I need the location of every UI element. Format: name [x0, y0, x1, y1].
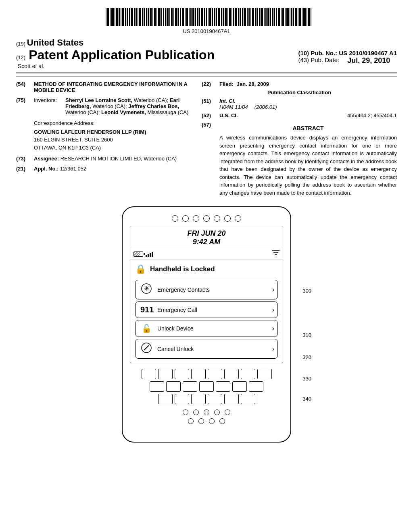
svg-rect-64 [240, 8, 241, 26]
contacts-icon: ✳ [140, 283, 152, 296]
status-bar [130, 248, 283, 260]
key[interactable] [142, 369, 156, 379]
key[interactable] [175, 369, 189, 379]
svg-rect-9 [122, 8, 124, 26]
key[interactable] [175, 394, 189, 404]
dot-5 [214, 215, 220, 222]
nav-dot[interactable] [225, 409, 230, 415]
title-field: (54) METHOD OF INTEGRATING EMERGENCY INF… [16, 81, 194, 93]
key[interactable] [150, 381, 164, 392]
key[interactable] [166, 381, 181, 392]
svg-rect-7 [119, 8, 120, 26]
header-divider2 [16, 77, 397, 77]
abstract-section: (57) ABSTRACT A wireless communications … [202, 122, 397, 197]
key[interactable] [241, 369, 255, 379]
key[interactable] [249, 381, 263, 392]
key[interactable] [158, 394, 173, 404]
svg-rect-20 [146, 8, 147, 26]
svg-rect-14 [134, 8, 135, 26]
svg-rect-1 [106, 8, 106, 26]
svg-rect-72 [257, 8, 258, 26]
key[interactable] [199, 381, 214, 392]
key[interactable] [183, 381, 197, 392]
battery-icon [133, 251, 143, 257]
svg-rect-34 [175, 8, 177, 26]
key[interactable] [191, 394, 206, 404]
svg-rect-92 [299, 8, 301, 26]
svg-rect-41 [190, 8, 192, 26]
unlock-device-button[interactable]: 🔓 Unlock Device › [135, 320, 278, 337]
nav-dot[interactable] [209, 418, 215, 424]
cancel-unlock-label: Cancel Unlock [157, 346, 194, 352]
svg-rect-69 [250, 8, 251, 26]
nav-dot[interactable] [219, 418, 225, 424]
svg-rect-53 [216, 8, 217, 26]
svg-rect-31 [169, 8, 170, 26]
svg-rect-67 [247, 8, 248, 26]
body-content: (54) METHOD OF INTEGRATING EMERGENCY INF… [0, 81, 413, 197]
svg-rect-93 [302, 8, 302, 26]
svg-rect-84 [282, 8, 284, 26]
svg-rect-95 [307, 8, 307, 26]
us-cl-field: (52) U.S. Cl. 455/404.2; 455/404.1 [202, 112, 397, 118]
lock-closed-icon: 🔒 [135, 264, 146, 274]
key[interactable] [158, 369, 173, 379]
key[interactable] [224, 394, 239, 404]
barcode-image [102, 7, 311, 27]
svg-rect-90 [295, 8, 297, 26]
svg-rect-42 [192, 8, 194, 26]
svg-rect-80 [274, 8, 275, 26]
ref-300-label: 300 [302, 287, 311, 294]
svg-rect-61 [233, 8, 234, 26]
date-line: FRI JUN 20 [130, 229, 283, 238]
inventors-text: Sherryl Lee Lorraine Scott, [65, 97, 134, 103]
svg-rect-13 [131, 8, 133, 26]
header-left: (19) United States (12) Patent Applicati… [16, 37, 286, 69]
title-num: (54) [16, 81, 31, 93]
svg-rect-85 [285, 8, 286, 26]
svg-rect-51 [212, 8, 213, 26]
dot-6 [224, 215, 231, 222]
key[interactable] [232, 381, 247, 392]
key[interactable] [216, 381, 230, 392]
nav-dot[interactable] [188, 418, 194, 424]
svg-rect-68 [248, 8, 250, 26]
key[interactable] [191, 369, 206, 379]
svg-rect-77 [267, 8, 269, 26]
key[interactable] [208, 369, 222, 379]
svg-rect-26 [158, 8, 161, 26]
svg-rect-59 [229, 8, 231, 26]
device-wrapper: FRI JUN 20 9:42 AM [122, 206, 291, 443]
cancel-unlock-button[interactable]: Cancel Unlock › [135, 339, 278, 359]
key-row-3 [133, 394, 280, 404]
svg-rect-48 [206, 8, 207, 26]
key[interactable] [241, 394, 255, 404]
key[interactable] [224, 369, 239, 379]
svg-rect-49 [208, 8, 209, 26]
nav-dot[interactable] [204, 409, 209, 415]
key[interactable] [208, 394, 222, 404]
dot-3 [193, 215, 199, 222]
svg-rect-38 [185, 8, 186, 26]
pub-no-row: (10) Pub. No.: US 2010/0190467 A1 [298, 50, 397, 56]
emergency-call-button[interactable]: 911 Emergency Call › [135, 301, 278, 318]
svg-rect-30 [167, 8, 169, 26]
svg-rect-29 [165, 8, 166, 26]
svg-rect-96 [308, 8, 310, 26]
ref-310-label: 310 [302, 331, 311, 339]
svg-rect-83 [281, 8, 282, 26]
nav-dot[interactable] [183, 409, 188, 415]
svg-rect-25 [156, 8, 157, 26]
svg-rect-65 [242, 8, 243, 26]
key[interactable] [257, 369, 272, 379]
nav-dot[interactable] [193, 409, 199, 415]
nav-dot[interactable] [198, 418, 204, 424]
svg-rect-10 [125, 8, 126, 26]
nav-dot[interactable] [214, 409, 220, 415]
svg-line-104 [144, 345, 149, 350]
emergency-contacts-button[interactable]: ✳ Emergency Contacts › [135, 280, 278, 299]
svg-rect-44 [197, 8, 198, 26]
svg-rect-86 [286, 8, 289, 26]
svg-rect-2 [107, 8, 109, 26]
svg-rect-19 [144, 8, 145, 26]
